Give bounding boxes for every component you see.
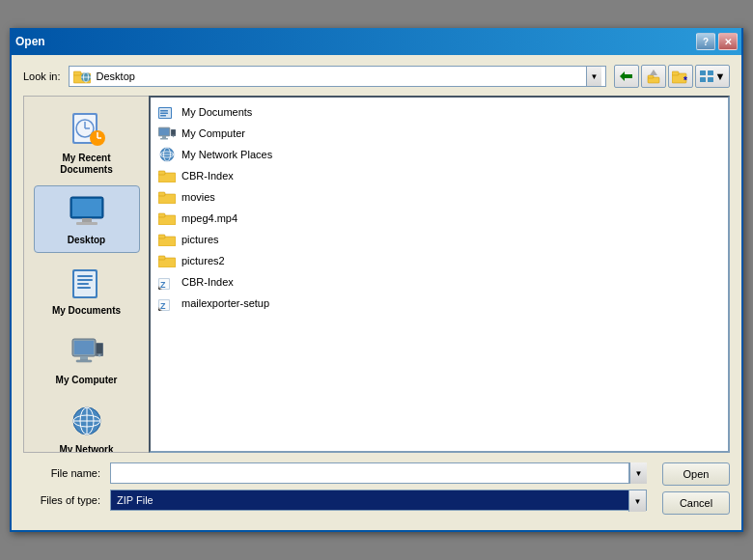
svg-rect-13	[700, 70, 706, 75]
list-item[interactable]: CBR-Index	[154, 165, 724, 186]
sidebar-item-computer[interactable]: My Computer	[34, 326, 140, 392]
list-item[interactable]: movies	[154, 186, 724, 208]
list-item-name: pictures2	[181, 255, 225, 266]
svg-rect-58	[172, 130, 176, 135]
my-documents-icon	[158, 103, 176, 121]
documents-icon	[68, 263, 106, 301]
dialog-content: Look in: Desktop ▼	[12, 55, 741, 530]
filename-dropdown-arrow[interactable]: ▼	[629, 462, 647, 484]
svg-rect-65	[158, 171, 165, 175]
title-bar-buttons: ? ✕	[696, 33, 738, 50]
filename-row: File name: ▼	[23, 462, 647, 484]
svg-rect-33	[77, 279, 93, 281]
svg-marker-9	[650, 70, 657, 75]
svg-rect-37	[74, 341, 94, 354]
filetype-label: Files of type:	[23, 494, 110, 506]
recent-label: My RecentDocuments	[60, 153, 112, 176]
up-icon	[646, 69, 661, 84]
list-item-name: My Network Places	[181, 149, 272, 160]
look-in-dropdown[interactable]: Desktop ▼	[69, 66, 606, 87]
list-item-name: CBR-Index	[181, 170, 234, 182]
computer-icon	[68, 332, 106, 371]
list-item-name: mailexporter-setup	[181, 297, 269, 309]
svg-point-59	[173, 136, 175, 138]
list-item[interactable]: My Network Places	[154, 144, 724, 165]
list-item[interactable]: Z CBR-Index	[154, 271, 724, 293]
svg-rect-14	[708, 70, 713, 75]
list-item-name: My Computer	[181, 127, 245, 139]
look-in-arrow[interactable]: ▼	[586, 67, 601, 86]
cancel-button[interactable]: Cancel	[662, 491, 730, 515]
svg-rect-69	[158, 213, 165, 217]
filetype-row: Files of type: ZIP File ▼	[23, 490, 647, 511]
dialog-title: Open	[15, 35, 45, 48]
svg-rect-56	[160, 138, 168, 140]
network-icon	[68, 402, 106, 440]
filename-input-container: ▼	[110, 462, 647, 484]
main-area: My RecentDocuments Desktop	[23, 96, 730, 453]
list-item[interactable]: Z mailexporter-setup	[154, 293, 724, 314]
svg-rect-29	[76, 222, 98, 225]
look-in-folder-icon	[73, 69, 91, 84]
my-computer-icon	[158, 125, 176, 142]
list-item-name: movies	[181, 191, 215, 203]
sidebar-item-network[interactable]: My Network	[34, 396, 140, 453]
close-button[interactable]: ✕	[718, 33, 738, 50]
svg-rect-54	[159, 128, 169, 135]
filetype-value: ZIP File	[111, 490, 628, 510]
list-item-name: CBR-Index	[181, 276, 234, 288]
sidebar: My RecentDocuments Desktop	[23, 96, 149, 453]
filename-label: File name:	[23, 467, 110, 479]
network-label: My Network	[59, 444, 113, 453]
svg-rect-39	[76, 360, 92, 362]
svg-text:*: *	[683, 75, 687, 84]
title-bar: Open ? ✕	[12, 28, 741, 55]
back-button[interactable]	[614, 65, 639, 88]
svg-rect-28	[82, 218, 92, 222]
look-in-value: Desktop	[97, 70, 580, 82]
help-button[interactable]: ?	[696, 33, 715, 50]
sidebar-item-desktop[interactable]: Desktop	[34, 185, 140, 253]
folder-icon	[158, 252, 176, 269]
title-bar-left: Open	[15, 35, 45, 48]
new-folder-button[interactable]: *	[668, 65, 693, 88]
svg-text:Z: Z	[160, 301, 166, 311]
back-icon	[620, 70, 633, 82]
look-in-label: Look in:	[23, 70, 61, 82]
list-item[interactable]: My Computer	[154, 123, 724, 144]
view-button[interactable]: ▼	[695, 65, 730, 88]
svg-rect-15	[700, 77, 706, 82]
up-button[interactable]	[641, 65, 666, 88]
sidebar-item-recent[interactable]: My RecentDocuments	[34, 104, 140, 182]
filename-input[interactable]	[110, 462, 629, 484]
list-item-name: My Documents	[181, 106, 252, 118]
svg-rect-52	[160, 115, 166, 117]
new-folder-icon: *	[672, 69, 689, 84]
view-arrow: ▼	[715, 70, 726, 82]
svg-rect-41	[97, 344, 102, 353]
open-button[interactable]: Open	[662, 462, 730, 486]
list-item[interactable]: mpeg4.mp4	[154, 208, 724, 229]
list-item[interactable]: pictures	[154, 229, 724, 250]
filename-input-wrapper: ▼	[110, 462, 647, 484]
desktop-label: Desktop	[68, 235, 105, 246]
list-item[interactable]: My Documents	[154, 101, 724, 123]
view-icon	[700, 70, 713, 82]
svg-rect-35	[77, 287, 91, 289]
filetype-dropdown-arrow[interactable]: ▼	[628, 490, 646, 512]
look-in-row: Look in: Desktop ▼	[23, 65, 730, 88]
svg-rect-32	[77, 275, 93, 277]
file-list[interactable]: My Documents My Com	[149, 96, 730, 453]
filetype-select[interactable]: ZIP File ▼	[110, 490, 647, 511]
svg-rect-51	[160, 113, 168, 115]
list-item[interactable]: pictures2	[154, 250, 724, 271]
shortcut-icon: Z	[158, 294, 176, 312]
computer-label: My Computer	[56, 375, 118, 386]
svg-point-42	[98, 354, 100, 357]
sidebar-item-documents[interactable]: My Documents	[34, 257, 140, 322]
filetype-input-container: ZIP File ▼	[110, 490, 647, 511]
folder-icon	[158, 167, 176, 184]
svg-rect-8	[648, 75, 654, 78]
svg-rect-71	[158, 235, 165, 238]
list-item-name: pictures	[181, 234, 219, 245]
